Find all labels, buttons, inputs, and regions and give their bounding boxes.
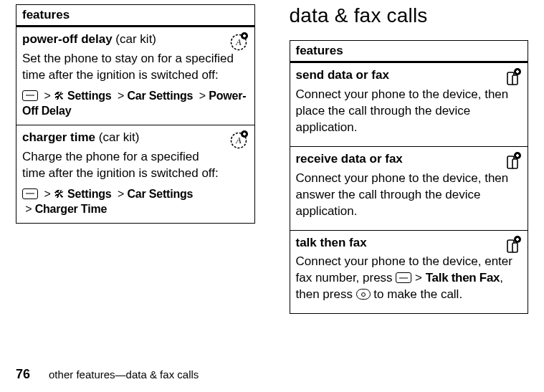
feature-title-qualifier: (car kit) xyxy=(113,32,156,46)
accessory-a-icon: A xyxy=(229,130,249,150)
accessory-a-icon: A xyxy=(229,32,249,52)
feature-title: receive data or fax xyxy=(296,152,403,166)
page-footer: 76 other features—data & fax calls xyxy=(16,367,199,382)
feature-body: Charge the phone for a specified time af… xyxy=(22,149,249,182)
accessory-device-icon xyxy=(502,67,522,87)
row-send-data-fax: send data or fax Connect your phone to t… xyxy=(290,62,528,147)
left-table-header: features xyxy=(16,5,255,27)
feature-body: Set the phone to stay on for a specified… xyxy=(22,51,249,84)
feature-title: power-off delay xyxy=(22,32,113,46)
right-features-table: features send data or fax Connect your p… xyxy=(290,40,529,314)
svg-text:A: A xyxy=(235,135,242,145)
send-key-icon xyxy=(356,289,371,300)
svg-rect-4 xyxy=(244,34,245,37)
section-title-data-fax: data & fax calls xyxy=(290,4,529,27)
feature-title: charger time xyxy=(22,130,95,144)
row-power-off-delay: A power-off delay (car kit) Set the phon… xyxy=(16,27,255,125)
feature-body: Connect your phone to the device, enter … xyxy=(296,254,522,303)
svg-rect-14 xyxy=(517,70,518,73)
tools-icon: 🛠 xyxy=(54,188,65,200)
feature-nav-path: > 🛠 Settings > Car Settings > Charger Ti… xyxy=(22,186,249,217)
footer-text: other features—data & fax calls xyxy=(49,368,199,381)
accessory-device-icon xyxy=(502,235,522,255)
svg-rect-16 xyxy=(512,159,517,168)
row-talk-then-fax: talk then fax Connect your phone to the … xyxy=(290,230,528,314)
right-table-header: features xyxy=(290,41,528,62)
svg-rect-9 xyxy=(244,133,245,135)
svg-rect-21 xyxy=(512,243,517,252)
accessory-device-icon xyxy=(502,151,522,171)
row-receive-data-fax: receive data or fax Connect your phone t… xyxy=(290,146,528,230)
feature-body: Connect your phone to the device, then a… xyxy=(296,171,522,220)
svg-text:A: A xyxy=(235,37,242,47)
feature-nav-path: > 🛠 Settings > Car Settings > Power-Off … xyxy=(22,88,249,119)
svg-rect-11 xyxy=(512,75,517,85)
feature-title-qualifier: (car kit) xyxy=(95,130,139,144)
tools-icon: 🛠 xyxy=(54,90,65,102)
feature-title: talk then fax xyxy=(296,236,367,249)
row-charger-time: A charger time (car kit) Charge the phon… xyxy=(16,125,255,224)
page-number: 76 xyxy=(16,367,30,382)
menu-key-icon xyxy=(396,272,411,283)
feature-body: Connect your phone to the device, then p… xyxy=(296,87,522,136)
menu-key-icon xyxy=(22,90,38,101)
feature-title: send data or fax xyxy=(296,68,389,82)
svg-rect-24 xyxy=(517,238,518,241)
left-features-table: features A power-off delay (car kit) Set… xyxy=(16,4,255,224)
menu-key-icon xyxy=(22,188,38,199)
svg-rect-19 xyxy=(517,154,518,157)
